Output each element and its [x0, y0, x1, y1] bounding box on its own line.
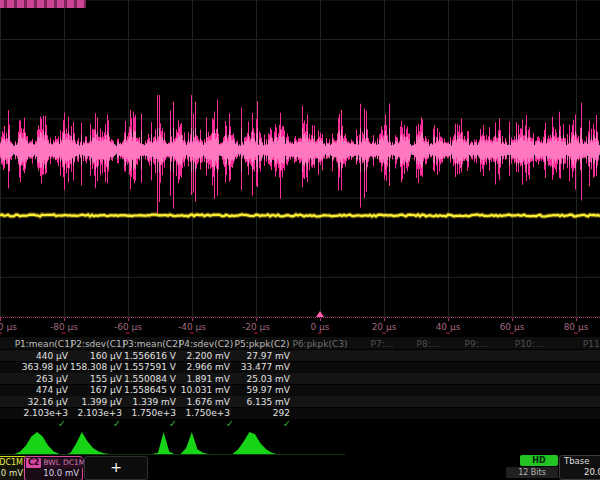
measure-value: 27.97 mV: [226, 351, 290, 361]
tbase-label: Tbase: [564, 456, 600, 467]
measure-histicon[interactable]: [65, 430, 121, 455]
axis-tick-mark: [64, 318, 65, 321]
c2-coupling-tag: DC1M: [62, 458, 86, 468]
oscilloscope-traces: [0, 0, 600, 317]
channel-c1-descriptor[interactable]: DC1M 20.0 mV: [0, 456, 27, 480]
axis-tick-mark: [128, 318, 129, 321]
measure-histicon[interactable]: [175, 430, 231, 455]
measure-value: 1.891 mV: [166, 374, 230, 384]
axis-minor-tick: [0, 332, 2, 334]
c2-volts-per-div: 10.0 mV: [26, 468, 81, 478]
measure-value: 33.477 mV: [226, 362, 290, 372]
time-axis-label: 40 µs: [436, 322, 461, 332]
measure-value: 1.676 mV: [166, 397, 230, 407]
axis-tick-mark: [512, 318, 513, 321]
c2-channel-chip: C2: [26, 458, 41, 468]
hd-bits-label: 12 Bits: [506, 467, 558, 478]
measure-column-header[interactable]: P5:pkpk(C2): [230, 339, 294, 349]
measure-value: 2.200 mV: [166, 351, 230, 361]
trigger-position-marker[interactable]: [316, 311, 324, 317]
axis-minor-tick: [190, 332, 194, 334]
top-left-trace-badge: [0, 0, 86, 8]
axis-minor-tick: [446, 332, 450, 334]
time-axis-label: -100 µs: [0, 322, 17, 332]
measure-value: 6.135 mV: [226, 397, 290, 407]
measure-value: 1.750e+3: [166, 408, 230, 418]
measure-value: 25.03 mV: [226, 374, 290, 384]
axis-tick-mark: [0, 318, 1, 321]
hd-badge: HD: [520, 455, 558, 466]
axis-minor-tick: [254, 332, 258, 334]
measure-value: 10.031 mV: [166, 385, 230, 395]
time-axis-label: -80 µs: [50, 322, 78, 332]
channel-c2-descriptor[interactable]: C2 BWL DC1M 10.0 mV: [24, 456, 83, 480]
measure-column-header-unused[interactable]: P9:...: [465, 339, 488, 349]
measure-column-header[interactable]: P4:sdev(C2): [174, 339, 238, 349]
axis-minor-tick: [318, 332, 322, 334]
axis-minor-tick: [382, 332, 386, 334]
status-check-icon: ✓: [198, 418, 262, 429]
time-axis-label: -20 µs: [242, 322, 270, 332]
status-check-icon: ✓: [141, 418, 205, 429]
axis-tick-mark: [320, 318, 321, 321]
waveform-grid: [0, 0, 600, 317]
measure-histicon[interactable]: [227, 430, 283, 455]
status-check-icon: ✓: [255, 418, 319, 429]
measure-column-header-unused[interactable]: P6:pkpk(C3): [292, 339, 347, 349]
measure-value: 292: [226, 408, 290, 418]
c2-bwl-tag: BWL: [42, 458, 60, 468]
measure-value: 2.966 mV: [166, 362, 230, 372]
axis-tick-mark: [448, 318, 449, 321]
time-axis-label: 80 µs: [564, 322, 589, 332]
measure-column-header-unused[interactable]: P11:...: [583, 339, 600, 349]
plus-icon: +: [110, 459, 122, 475]
axis-tick-mark: [384, 318, 385, 321]
histicon-baseline: [0, 454, 345, 455]
measure-column-header-unused[interactable]: P10:...: [515, 339, 544, 349]
axis-minor-tick: [126, 332, 130, 334]
time-axis-label: 60 µs: [500, 322, 525, 332]
axis-minor-tick: [574, 332, 578, 334]
hd-mode-indicator[interactable]: HD 12 Bits: [506, 455, 558, 479]
axis-minor-tick: [62, 332, 66, 334]
measure-histicon[interactable]: [9, 430, 65, 455]
c1-volts-per-div: 20.0 mV: [0, 468, 23, 478]
measure-column-header-unused[interactable]: P8:...: [417, 339, 440, 349]
status-check-icon: ✓: [85, 418, 149, 429]
c1-coupling-label: DC1M: [0, 458, 23, 468]
timebase-descriptor[interactable]: Tbase 20.0 µs: [559, 455, 600, 480]
axis-tick-mark: [256, 318, 257, 321]
time-axis-label: -60 µs: [114, 322, 142, 332]
time-axis-label: 0 µs: [310, 322, 329, 332]
axis-tick-mark: [576, 318, 577, 321]
tbase-time-per-div: 20.0 µs: [564, 467, 600, 478]
axis-tick-mark: [192, 318, 193, 321]
measure-column-header-unused[interactable]: P7:...: [371, 339, 394, 349]
axis-minor-tick: [510, 332, 514, 334]
add-trace-button[interactable]: +: [84, 456, 148, 480]
time-axis-label: -40 µs: [178, 322, 206, 332]
measure-value: 59.97 mV: [226, 385, 290, 395]
time-axis-label: 20 µs: [372, 322, 397, 332]
